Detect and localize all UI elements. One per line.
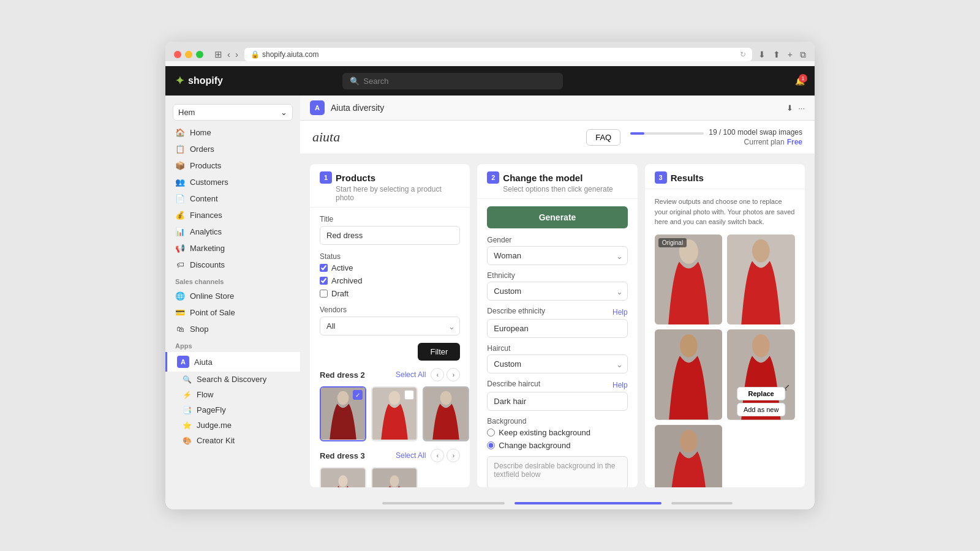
sidebar-item-search-discovery[interactable]: 🔍 Search & Discovery	[165, 372, 300, 387]
url-bar[interactable]: 🔒 shopify.aiuta.com ↻	[244, 48, 752, 61]
sidebar-item-online-store[interactable]: 🌐 Online Store	[165, 288, 300, 304]
shopify-logo-icon: ✦	[175, 74, 184, 88]
reload-icon[interactable]: ↻	[740, 50, 746, 59]
tabs-icon[interactable]: ⧉	[800, 50, 806, 60]
home-icon: 🏠	[175, 128, 185, 137]
vendors-select[interactable]: All	[320, 317, 460, 335]
discounts-icon: 🏷	[175, 260, 185, 269]
notifications-button[interactable]: 🔔 1	[795, 77, 805, 86]
browser-window: ⊞ ‹ › 🔒 shopify.aiuta.com ↻ ⬇ ⬆ + ⧉ ✦ sh…	[165, 42, 815, 509]
archived-checkbox[interactable]	[320, 277, 328, 285]
forward-icon[interactable]: ›	[235, 49, 238, 60]
sidebar-item-products[interactable]: 📦 Products	[165, 157, 300, 174]
add-as-new-button[interactable]: Add as new	[737, 403, 785, 416]
next-product-1[interactable]: ›	[447, 368, 460, 381]
new-tab-icon[interactable]: +	[788, 50, 793, 60]
store-select-wrap: Hem ⌄	[165, 100, 300, 124]
sidebar-item-content[interactable]: 📄 Content	[165, 190, 300, 207]
svg-point-5	[440, 391, 452, 405]
products-panel: 1 Products Start here by selecting a pro…	[310, 164, 470, 487]
gender-select[interactable]: Woman Man	[487, 246, 627, 265]
sidebar-item-label: Customers	[190, 178, 228, 187]
product-thumb-1-b[interactable]	[371, 386, 418, 441]
sidebar-item-analytics[interactable]: 📊 Analytics	[165, 223, 300, 240]
sidebar-item-finances[interactable]: 💰 Finances	[165, 207, 300, 223]
sidebar-item-judgeme[interactable]: ⭐ Judge.me	[165, 418, 300, 433]
select-all-2[interactable]: Select All	[396, 451, 426, 460]
keep-background-option[interactable]: Keep existing background	[487, 428, 627, 437]
product-thumbnails-1: ✓	[320, 386, 460, 441]
status-draft[interactable]: Draft	[320, 289, 460, 298]
svg-point-13	[679, 239, 698, 263]
back-icon[interactable]: ‹	[227, 49, 230, 60]
shopify-topbar: ✦ shopify 🔍 Search 🔔 1	[165, 66, 815, 96]
sidebar-item-discounts[interactable]: 🏷 Discounts	[165, 257, 300, 273]
judgeme-icon: ⭐	[183, 421, 192, 430]
active-checkbox[interactable]	[320, 264, 328, 272]
describe-ethnicity-header: Describe ethnicity Help	[487, 307, 627, 317]
content-icon: 📄	[175, 194, 185, 203]
prev-product-2[interactable]: ‹	[431, 449, 444, 462]
results-grid: Replace Add as new ↙	[655, 234, 795, 488]
flow-icon: ⚡	[183, 391, 192, 399]
ethnicity-select[interactable]: Custom European Asian African	[487, 282, 627, 301]
maximize-button[interactable]	[196, 51, 203, 58]
describe-haircut-header: Describe haircut Help	[487, 380, 627, 390]
sidebar-item-orders[interactable]: 📋 Orders	[165, 141, 300, 157]
scroll-indicator-active[interactable]	[514, 502, 662, 504]
sidebar-item-creator-kit[interactable]: 🎨 Creator Kit	[165, 433, 300, 448]
sidebar-item-flow[interactable]: ⚡ Flow	[165, 387, 300, 402]
title-input[interactable]	[320, 226, 460, 245]
scroll-indicator-right	[671, 502, 733, 504]
status-active[interactable]: Active	[320, 263, 460, 272]
plan-info: 19 / 100 model swap images Current plan …	[630, 128, 802, 146]
faq-button[interactable]: FAQ	[586, 129, 620, 146]
selected-check-icon: ✓	[353, 390, 363, 400]
ethnicity-help-link[interactable]: Help	[612, 308, 628, 317]
tab-grid-icon[interactable]: ⊞	[214, 49, 222, 60]
generate-button[interactable]: Generate	[487, 206, 627, 228]
prev-product-1[interactable]: ‹	[431, 368, 444, 381]
draft-checkbox[interactable]	[320, 290, 328, 298]
product-thumb-1-selected[interactable]: ✓	[320, 386, 366, 441]
status-archived[interactable]: Archived	[320, 276, 460, 285]
sidebar-item-aiuta[interactable]: A Aiuta	[165, 352, 300, 372]
minimize-button[interactable]	[185, 51, 192, 58]
select-all-1[interactable]: Select All	[396, 370, 426, 379]
finances-icon: 💰	[175, 211, 185, 220]
more-options-icon[interactable]: ···	[798, 103, 805, 113]
background-field-group: Background Keep existing background Chan…	[487, 417, 627, 450]
haircut-help-link[interactable]: Help	[612, 381, 628, 389]
usage-text: 19 / 100 model swap images	[709, 128, 802, 137]
change-background-radio[interactable]	[487, 441, 495, 449]
download-icon[interactable]: ⬇	[758, 50, 766, 60]
describe-haircut-input[interactable]	[487, 392, 627, 411]
store-select[interactable]: Hem ⌄	[173, 104, 293, 121]
download-plugin-icon[interactable]: ⬇	[786, 103, 793, 113]
sidebar-item-shop[interactable]: 🛍 Shop	[165, 321, 300, 337]
bottom-bar	[300, 497, 815, 509]
bg-description-text: Describe desirable background in the tex…	[494, 462, 615, 479]
sidebar-item-home[interactable]: 🏠 Home	[165, 124, 300, 141]
sidebar-item-pagefly[interactable]: 📑 PageFly	[165, 402, 300, 418]
product-thumb-1-c[interactable]	[423, 386, 469, 441]
replace-button[interactable]: Replace	[737, 387, 785, 400]
product-thumb-2-a[interactable]	[320, 467, 366, 487]
pagefly-icon: 📑	[183, 406, 192, 414]
change-background-option[interactable]: Change background	[487, 441, 627, 450]
share-icon[interactable]: ⬆	[773, 50, 780, 60]
product-thumb-2-b[interactable]	[371, 467, 418, 487]
status-field-group: Status Active Archived	[320, 252, 460, 298]
describe-ethnicity-input[interactable]	[487, 319, 627, 338]
sidebar-item-customers[interactable]: 👥 Customers	[165, 174, 300, 190]
haircut-select[interactable]: Custom Short Long Curly	[487, 354, 627, 373]
bg-description-box[interactable]: Describe desirable background in the tex…	[487, 456, 627, 487]
close-button[interactable]	[174, 51, 181, 58]
sidebar-item-marketing[interactable]: 📢 Marketing	[165, 240, 300, 257]
sales-channels-label: Sales channels	[165, 273, 300, 288]
sidebar-item-pos[interactable]: 💳 Point of Sale	[165, 304, 300, 321]
keep-background-radio[interactable]	[487, 429, 495, 437]
shopify-search[interactable]: 🔍 Search	[342, 73, 563, 89]
filter-button[interactable]: Filter	[418, 343, 460, 361]
next-product-2[interactable]: ›	[447, 449, 460, 462]
